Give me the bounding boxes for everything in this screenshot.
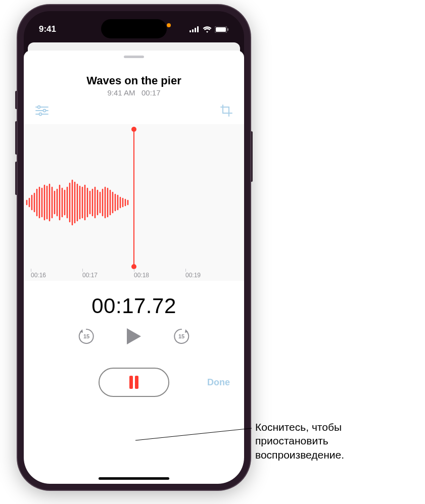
waveform-scrubber[interactable]: 00:16 00:17 00:18 00:19 (24, 124, 244, 281)
skip-forward-15-button[interactable]: 15 (172, 327, 191, 347)
svg-rect-2 (195, 28, 196, 32)
wifi-icon (203, 26, 212, 33)
svg-rect-1 (192, 29, 194, 32)
svg-rect-3 (197, 26, 199, 32)
recording-meta: 9:41 AM 00:17 (24, 88, 244, 97)
recording-time: 9:41 AM (107, 88, 135, 97)
elapsed-time: 00:17.72 (24, 294, 244, 318)
svg-text:15: 15 (178, 333, 184, 339)
svg-text:15: 15 (83, 333, 89, 339)
play-button[interactable] (126, 327, 142, 347)
svg-point-10 (43, 110, 46, 112)
status-time: 9:41 (39, 17, 56, 34)
svg-rect-57 (135, 376, 138, 389)
time-ticks: 00:16 00:17 00:18 00:19 (24, 272, 244, 279)
tick-label: 00:19 (185, 272, 201, 279)
sheet-grabber[interactable] (124, 56, 144, 58)
tick-label: 00:18 (134, 272, 149, 279)
crop-icon[interactable] (220, 104, 233, 117)
recording-duration: 00:17 (141, 88, 161, 97)
playhead[interactable] (133, 129, 134, 267)
pause-recording-button[interactable] (99, 368, 169, 397)
callout-text: Коснитесь, чтобы приостановить воспроизв… (255, 420, 344, 462)
svg-rect-6 (227, 28, 228, 31)
recording-sheet: Waves on the pier 9:41 AM 00:17 (24, 51, 244, 484)
phone-frame: 9:41 Waves on the pier 9:41 AM (18, 5, 250, 490)
svg-point-8 (38, 106, 40, 109)
svg-rect-5 (216, 27, 226, 32)
tick-label: 00:17 (82, 272, 98, 279)
battery-icon (215, 26, 229, 33)
settings-sliders-icon[interactable] (35, 104, 49, 117)
pause-icon (128, 376, 139, 389)
recording-indicator-dot (167, 23, 171, 27)
svg-rect-0 (190, 30, 191, 32)
skip-back-15-button[interactable]: 15 (77, 327, 96, 347)
recording-title[interactable]: Waves on the pier (24, 74, 244, 87)
cell-signal-icon (190, 26, 200, 32)
done-button[interactable]: Done (207, 377, 230, 388)
phone-screen: 9:41 Waves on the pier 9:41 AM (24, 11, 244, 484)
dynamic-island (101, 19, 167, 38)
svg-point-12 (39, 113, 42, 116)
tick-label: 00:16 (31, 272, 46, 279)
svg-rect-56 (129, 376, 133, 389)
home-indicator[interactable] (99, 477, 169, 480)
